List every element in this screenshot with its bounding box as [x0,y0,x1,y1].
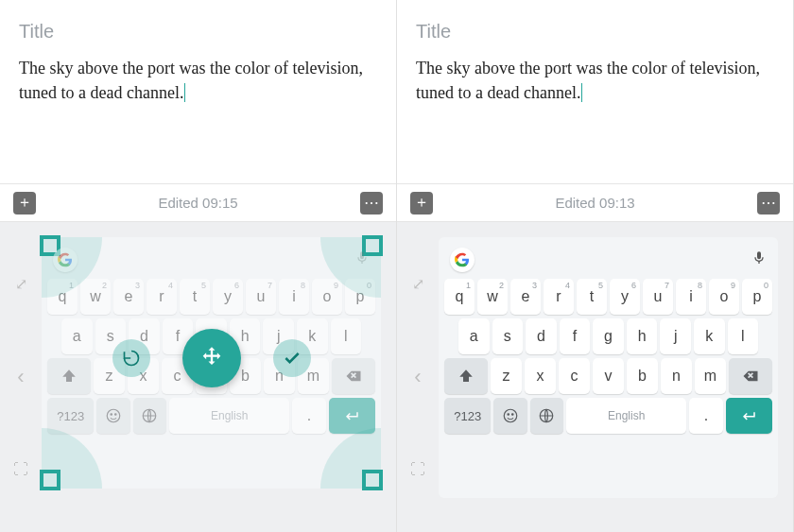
key-j[interactable]: j [660,318,691,354]
editor-area: Title The sky above the port was the col… [397,0,793,184]
enter-key[interactable] [726,398,772,434]
key-v[interactable]: v [593,358,624,394]
body-text[interactable]: The sky above the port was the color of … [19,56,377,105]
keyboard-sidebar: ⤢ ‹ ⛶ [397,222,439,532]
add-button[interactable]: ＋ [410,192,433,215]
key-q[interactable]: 1q [47,279,78,315]
svg-point-2 [115,414,117,416]
key-a[interactable]: a [61,318,93,354]
key-m[interactable]: m [695,358,726,394]
more-button[interactable]: ⋯ [360,192,383,215]
mic-icon[interactable] [751,250,767,269]
key-q[interactable]: 1q [444,279,475,315]
language-key[interactable] [530,398,563,434]
svg-point-4 [504,409,517,422]
title-placeholder[interactable]: Title [416,21,774,43]
key-a[interactable]: a [458,318,490,354]
key-k[interactable]: k [694,318,725,354]
period-key[interactable]: . [689,398,722,434]
keyboard-sidebar: ⤢ ‹ ⛶ [0,222,42,532]
dock-icon[interactable]: ⛶ [410,462,425,477]
chevron-left-icon[interactable]: ‹ [414,365,421,389]
key-i[interactable]: 8i [676,279,706,315]
key-e[interactable]: 3e [510,279,541,315]
edited-timestamp: Edited 09:13 [555,195,634,211]
svg-point-6 [512,414,514,416]
google-logo-icon[interactable] [53,248,78,272]
keyboard-suggestion-row [47,243,375,277]
mic-icon[interactable] [354,250,370,269]
edited-timestamp: Edited 09:15 [158,195,237,211]
key-g[interactable]: g [593,318,624,354]
key-u[interactable]: 7u [643,279,673,315]
key-e[interactable]: 3e [113,279,144,315]
google-logo-icon[interactable] [450,248,475,272]
floating-controls [112,329,311,387]
editor-area: Title The sky above the port was the col… [0,0,396,184]
key-d[interactable]: d [526,318,557,354]
dock-icon[interactable]: ⛶ [13,462,28,477]
keyboard-area: ⤢ ‹ ⛶ 1q2w3e4r5t6y7u8i9o0p asdfghjkl zxc… [0,222,396,532]
key-i[interactable]: 8i [279,279,309,315]
key-y[interactable]: 6y [610,279,640,315]
enter-key[interactable] [329,398,375,434]
add-button[interactable]: ＋ [13,192,36,215]
key-y[interactable]: 6y [213,279,243,315]
chevron-left-icon[interactable]: ‹ [17,365,24,389]
key-u[interactable]: 7u [246,279,276,315]
key-h[interactable]: h [627,318,658,354]
pane-left: Title The sky above the port was the col… [0,0,397,532]
backspace-key[interactable] [729,358,772,394]
expand-icon[interactable]: ⤢ [15,277,27,292]
key-row-3: zxcvbnm [444,356,772,396]
shift-key[interactable] [444,358,488,394]
key-r[interactable]: 4r [544,279,574,315]
key-l[interactable]: l [331,318,362,354]
emoji-key[interactable] [493,398,526,434]
key-t[interactable]: 5t [180,279,210,315]
resize-handle-br[interactable] [362,470,383,490]
key-l[interactable]: l [728,318,759,354]
symbols-key[interactable]: ?123 [47,398,94,434]
title-placeholder[interactable]: Title [19,21,377,43]
emoji-key[interactable] [96,398,129,434]
floating-keyboard[interactable]: 1q2w3e4r5t6y7u8i9o0p asdfghjkl zxcvbnm ?… [42,237,381,489]
svg-point-1 [111,414,112,416]
key-p[interactable]: 0p [742,279,772,315]
key-c[interactable]: c [559,358,590,394]
key-f[interactable]: f [560,318,591,354]
key-row-1: 1q2w3e4r5t6y7u8i9o0p [47,277,375,317]
key-b[interactable]: b [627,358,658,394]
text-cursor [184,83,185,102]
shift-key[interactable] [47,358,91,394]
space-key[interactable]: English [566,398,686,434]
resize-handle-bl[interactable] [40,470,60,490]
key-o[interactable]: 9o [312,279,342,315]
language-key[interactable] [133,398,166,434]
key-row-2: asdfghjkl [444,317,772,356]
key-t[interactable]: 5t [577,279,607,315]
body-text[interactable]: The sky above the port was the color of … [416,56,774,105]
space-key[interactable]: English [169,398,289,434]
key-s[interactable]: s [492,318,524,354]
key-n[interactable]: n [661,358,692,394]
status-row: ＋ Edited 09:15 ⋯ [0,184,396,222]
reset-position-button[interactable] [112,339,150,377]
key-z[interactable]: z [491,358,522,394]
confirm-button[interactable] [273,339,311,377]
more-button[interactable]: ⋯ [757,192,780,215]
body-content: The sky above the port was the color of … [19,59,363,102]
svg-point-0 [107,409,120,422]
key-p[interactable]: 0p [345,279,375,315]
key-w[interactable]: 2w [477,279,508,315]
key-r[interactable]: 4r [147,279,177,315]
move-handle[interactable] [182,329,241,387]
key-o[interactable]: 9o [709,279,739,315]
symbols-key[interactable]: ?123 [444,398,491,434]
period-key[interactable]: . [292,398,325,434]
key-x[interactable]: x [525,358,556,394]
key-w[interactable]: 2w [80,279,111,315]
expand-icon[interactable]: ⤢ [412,277,424,292]
svg-point-5 [508,414,509,416]
backspace-key[interactable] [332,358,375,394]
